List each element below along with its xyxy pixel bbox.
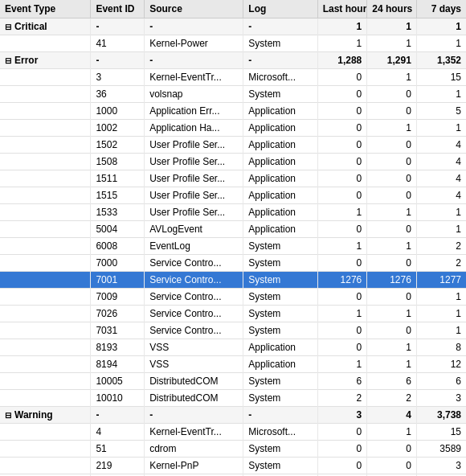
group-log: - [243,407,317,424]
table-row[interactable]: 8194 VSS Application 1 1 12 [0,356,466,373]
cell-7days: 3 [416,390,466,407]
cell-event-type [0,221,91,238]
cell-log: System [243,390,317,407]
table-row[interactable]: 1508 User Profile Ser... Application 0 0… [0,154,466,170]
cell-log: Application [243,339,317,356]
table-row[interactable]: 219 Kernel-PnP System 0 0 3 [0,458,466,474]
cell-last-hour: 1 [317,238,367,255]
table-row[interactable]: 10005 DistributedCOM System 6 6 6 [0,373,466,390]
table-row[interactable]: 1533 User Profile Ser... Application 1 1… [0,204,466,221]
table-row[interactable]: 5004 AVLogEvent Application 0 0 1 [0,221,466,238]
cell-event-id: 219 [91,458,145,474]
col-header-7days[interactable]: 7 days [416,0,466,18]
group-source: - [145,18,243,35]
cell-log: System [243,35,317,52]
cell-event-type [0,120,91,137]
table-row[interactable]: 7031 Service Contro... System 0 0 1 [0,322,466,339]
cell-log: Application [243,356,317,373]
cell-source: User Profile Ser... [145,187,243,204]
group-24hours: 1,291 [367,52,417,69]
cell-source: Kernel-EventTr... [145,69,243,86]
cell-7days: 4 [416,154,466,170]
table-row[interactable]: 4 Kernel-EventTr... Microsoft... 0 1 15 [0,424,466,441]
expand-icon[interactable]: ⊟ [5,411,11,420]
table-row[interactable]: 7001 Service Contro... System 1276 1276 … [0,272,466,289]
cell-7days: 1 [416,86,466,103]
cell-log: Application [243,187,317,204]
group-row-warning[interactable]: ⊟Warning - - - 3 4 3,738 [0,407,466,424]
cell-7days: 1277 [416,272,466,289]
table-row[interactable]: 7009 Service Contro... System 0 0 1 [0,289,466,306]
cell-last-hour: 1 [317,356,367,373]
cell-24hours: 0 [367,86,417,103]
table-row[interactable]: 8193 VSS Application 0 1 8 [0,339,466,356]
cell-24hours: 6 [367,373,417,390]
table-row[interactable]: 1000 Application Err... Application 0 0 … [0,103,466,120]
table-row[interactable]: 6008 EventLog System 1 1 2 [0,238,466,255]
col-header-24hours[interactable]: 24 hours [367,0,417,18]
cell-event-id: 1502 [91,137,145,154]
cell-last-hour: 0 [317,424,367,441]
col-header-event-id[interactable]: Event ID [91,0,145,18]
cell-event-id: 1515 [91,187,145,204]
cell-source: User Profile Ser... [145,204,243,221]
table-row[interactable]: 51 cdrom System 0 0 3589 [0,441,466,458]
group-last-hour: 3 [317,407,367,424]
cell-log: System [243,289,317,306]
cell-last-hour: 0 [317,339,367,356]
table-row[interactable]: 3 Kernel-EventTr... Microsoft... 0 1 15 [0,69,466,86]
cell-7days: 1 [416,322,466,339]
cell-event-id: 6008 [91,238,145,255]
col-header-source[interactable]: Source [145,0,243,18]
group-24hours: 1 [367,18,417,35]
group-row-critical[interactable]: ⊟Critical - - - 1 1 1 [0,18,466,35]
cell-7days: 1 [416,306,466,322]
cell-source: User Profile Ser... [145,170,243,187]
cell-event-id: 8194 [91,356,145,373]
group-row-error[interactable]: ⊟Error - - - 1,288 1,291 1,352 [0,52,466,69]
col-header-event-type[interactable]: Event Type [0,0,91,18]
cell-log: Microsoft... [243,69,317,86]
table-row[interactable]: 7000 Service Contro... System 0 0 2 [0,255,466,272]
expand-icon[interactable]: ⊟ [5,56,11,65]
cell-last-hour: 1 [317,306,367,322]
table-row[interactable]: 1002 Application Ha... Application 0 1 1 [0,120,466,137]
cell-event-id: 7031 [91,322,145,339]
group-7days: 3,738 [416,407,466,424]
cell-24hours: 1 [367,35,417,52]
table-row[interactable]: 1511 User Profile Ser... Application 0 0… [0,170,466,187]
table-row[interactable]: 1515 User Profile Ser... Application 0 0… [0,187,466,204]
cell-last-hour: 0 [317,187,367,204]
cell-24hours: 0 [367,187,417,204]
group-log: - [243,18,317,35]
cell-24hours: 0 [367,441,417,458]
col-header-log[interactable]: Log [243,0,317,18]
table-row[interactable]: 1502 User Profile Ser... Application 0 0… [0,137,466,154]
cell-7days: 12 [416,356,466,373]
group-source: - [145,407,243,424]
cell-7days: 8 [416,339,466,356]
cell-24hours: 0 [367,255,417,272]
expand-icon[interactable]: ⊟ [5,23,11,31]
cell-24hours: 1276 [367,272,417,289]
cell-24hours: 2 [367,390,417,407]
cell-log: Application [243,103,317,120]
cell-7days: 2 [416,238,466,255]
cell-event-id: 1533 [91,204,145,221]
cell-event-type [0,154,91,170]
col-header-last-hour[interactable]: Last hour [317,0,367,18]
cell-7days: 15 [416,69,466,86]
cell-log: System [243,458,317,474]
cell-last-hour: 1 [317,35,367,52]
cell-7days: 15 [416,424,466,441]
table-row[interactable]: 36 volsnap System 0 0 1 [0,86,466,103]
table-row[interactable]: 7026 Service Contro... System 1 1 1 [0,306,466,322]
cell-event-id: 1000 [91,103,145,120]
cell-source: VSS [145,356,243,373]
table-row[interactable]: 10010 DistributedCOM System 2 2 3 [0,390,466,407]
cell-source: AVLogEvent [145,221,243,238]
table-row[interactable]: 41 Kernel-Power System 1 1 1 [0,35,466,52]
cell-24hours: 0 [367,137,417,154]
cell-last-hour: 1276 [317,272,367,289]
group-last-hour: 1 [317,18,367,35]
